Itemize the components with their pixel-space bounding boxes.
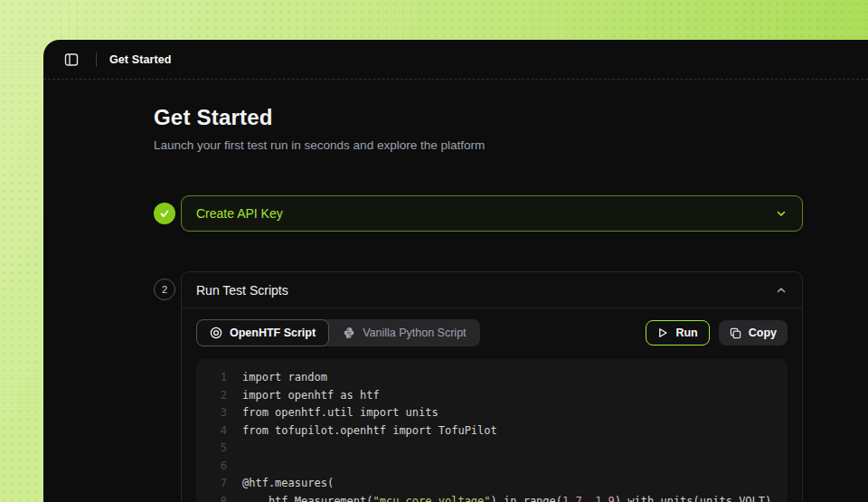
tab-openhtf-script[interactable]: OpenHTF Script bbox=[196, 319, 329, 346]
line-number: 4 bbox=[196, 422, 227, 440]
copy-button[interactable]: Copy bbox=[719, 320, 788, 346]
tab-label: OpenHTF Script bbox=[230, 327, 316, 339]
code-line: 8 htf.Measurement("mcu_core_voltage").in… bbox=[196, 493, 788, 502]
breadcrumb: Get Started bbox=[109, 53, 171, 66]
app-panel: Get Started Get Started Launch your firs… bbox=[43, 40, 868, 502]
run-button-label: Run bbox=[675, 327, 697, 339]
toolbar-actions: Run Copy bbox=[646, 320, 788, 346]
line-number: 5 bbox=[196, 440, 227, 458]
check-icon bbox=[159, 208, 170, 219]
code-line: 7@htf.measures( bbox=[196, 475, 788, 493]
sidebar-toggle-button[interactable] bbox=[60, 48, 83, 71]
code-text: from openhtf.util import units bbox=[227, 404, 439, 422]
chevron-down-icon bbox=[775, 207, 788, 220]
code-line: 6 bbox=[196, 458, 788, 476]
line-number: 3 bbox=[196, 404, 227, 422]
copy-icon bbox=[730, 327, 741, 339]
page-title: Get Started bbox=[154, 105, 803, 130]
step-complete-badge bbox=[154, 203, 175, 224]
run-button[interactable]: Run bbox=[646, 320, 709, 346]
code-text bbox=[227, 458, 249, 476]
copy-button-label: Copy bbox=[749, 327, 777, 339]
onboarding-steps: Create API Key 2 Run Test Scripts bbox=[154, 195, 803, 502]
code-text: from tofupilot.openhtf import TofuPilot bbox=[227, 422, 497, 440]
script-tab-group: OpenHTF Script Vanilla bbox=[196, 319, 480, 346]
tab-label: Vanilla Python Script bbox=[363, 327, 466, 339]
openhtf-logo-icon bbox=[210, 327, 222, 339]
step-number-badge: 2 bbox=[154, 279, 175, 300]
line-number: 7 bbox=[196, 475, 227, 493]
line-number: 6 bbox=[196, 458, 227, 476]
code-text: import random bbox=[227, 369, 327, 387]
code-text: @htf.measures( bbox=[227, 475, 334, 493]
code-line: 2import openhtf as htf bbox=[196, 387, 788, 405]
page-subtitle: Launch your first test run in seconds an… bbox=[154, 138, 803, 152]
chevron-up-icon bbox=[775, 284, 788, 297]
code-lines: 1import random2import openhtf as htf3fro… bbox=[196, 369, 788, 502]
top-bar: Get Started bbox=[43, 40, 868, 80]
code-text bbox=[227, 440, 249, 458]
code-line: 4from tofupilot.openhtf import TofuPilot bbox=[196, 422, 788, 440]
step-create-api-key: Create API Key bbox=[154, 195, 803, 232]
python-logo-icon bbox=[343, 327, 355, 339]
run-test-scripts-panel: Run Test Scripts bbox=[181, 271, 803, 502]
panel-left-icon bbox=[64, 52, 79, 67]
run-test-scripts-label: Run Test Scripts bbox=[196, 283, 288, 298]
run-test-scripts-accordion[interactable]: Run Test Scripts bbox=[182, 272, 802, 308]
create-api-key-accordion[interactable]: Create API Key bbox=[181, 195, 803, 232]
create-api-key-label: Create API Key bbox=[196, 206, 283, 221]
code-editor[interactable]: 1import random2import openhtf as htf3fro… bbox=[196, 359, 788, 502]
code-text: import openhtf as htf bbox=[227, 387, 380, 405]
code-line: 3from openhtf.util import units bbox=[196, 404, 788, 422]
step-run-test-scripts: 2 Run Test Scripts bbox=[154, 271, 803, 502]
line-number: 8 bbox=[196, 493, 227, 502]
code-line: 5 bbox=[196, 440, 788, 458]
code-line: 1import random bbox=[196, 369, 788, 387]
topbar-divider bbox=[96, 52, 97, 67]
line-number: 2 bbox=[196, 387, 227, 405]
main-content: Get Started Launch your first test run i… bbox=[43, 80, 868, 502]
scripts-body: OpenHTF Script Vanilla bbox=[182, 308, 802, 502]
play-icon bbox=[657, 327, 668, 338]
tab-vanilla-python-script[interactable]: Vanilla Python Script bbox=[329, 319, 479, 346]
line-number: 1 bbox=[196, 369, 227, 387]
step-number: 2 bbox=[162, 284, 167, 295]
code-text: htf.Measurement("mcu_core_voltage").in_r… bbox=[227, 493, 778, 502]
script-toolbar: OpenHTF Script Vanilla bbox=[196, 319, 788, 346]
